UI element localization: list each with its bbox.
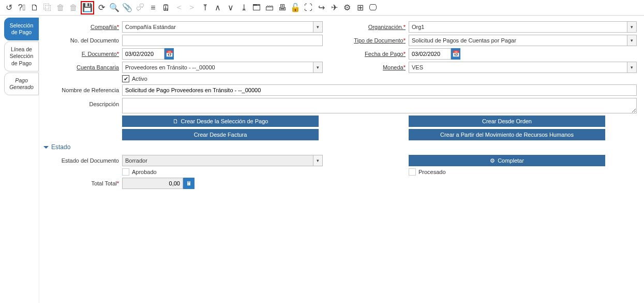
input-moneda[interactable]: VES▾ (409, 62, 637, 73)
chat-icon[interactable]: 🗪 (134, 2, 146, 13)
checkbox-icon (409, 168, 416, 176)
label-estado-documento: Estado del Documento (43, 157, 122, 164)
first-icon[interactable]: ⤒ (199, 2, 211, 13)
label-moneda: Moneda* (330, 64, 409, 70)
chevron-down-icon[interactable]: ▾ (627, 62, 636, 73)
checkbox-procesado[interactable]: Procesado (409, 168, 446, 176)
report-icon[interactable]: 🗔 (251, 2, 262, 13)
new-icon[interactable]: 🗋 (29, 2, 40, 13)
calculator-icon[interactable]: 🖩 (183, 178, 194, 189)
delete-icon: 🗑 (55, 2, 66, 13)
undo-icon[interactable]: ↺ (3, 2, 14, 13)
calendar-icon[interactable]: 📅 (164, 48, 174, 60)
label-activo: Activo (132, 76, 147, 82)
label-f-documento: F. Documento* (43, 51, 122, 57)
label-compania: Compañía* (43, 24, 122, 30)
main-toolbar: ↺ ?⃝ 🗋 ⿻ 🗑 🗑 💾 ⟳ 🔍 📎 🗪 ≡ 🗓 ＜ ＞ ⤒ ∧ ∨ ⤓ 🗔… (0, 0, 644, 16)
side-tabs: Selección de Pago Línea de Selección de … (0, 16, 39, 303)
refresh-icon[interactable]: ⟳ (96, 2, 107, 13)
up-icon[interactable]: ∧ (212, 2, 223, 13)
input-organizacion[interactable]: Org1▾ (409, 21, 637, 33)
tab-linea-seleccion-pago[interactable]: Línea de Selección de Pago (4, 41, 39, 71)
archive-icon[interactable]: 🗃 (264, 2, 275, 13)
zoom-icon[interactable]: ⛶ (303, 2, 314, 13)
product-icon[interactable]: ⊞ (354, 2, 366, 13)
label-cuenta-bancaria: Cuenta Bancaria (43, 64, 122, 70)
btn-completar[interactable]: ⚙ Completar (409, 155, 605, 166)
search-icon[interactable]: 🔍 (109, 2, 120, 13)
label-aprobado: Aprobado (132, 169, 157, 175)
checkbox-aprobado[interactable]: Aprobado (122, 168, 157, 176)
send-icon[interactable]: ✈ (328, 2, 340, 13)
label-organizacion: Organización.* (330, 24, 409, 30)
attach-icon[interactable]: 📎 (122, 2, 133, 13)
copy-icon: ⿻ (42, 2, 53, 13)
btn-crear-rrhh[interactable]: Crear a Partir del Movimiento de Recurso… (409, 129, 605, 140)
input-estado-documento[interactable]: Borrador▾ (122, 155, 323, 166)
label-descripcion: Descripción (43, 98, 122, 107)
checkbox-activo[interactable]: ✔ Activo (122, 75, 147, 82)
label-no-documento: No. del Documento (43, 37, 122, 44)
input-descripcion[interactable] (122, 98, 637, 113)
workflow-icon[interactable]: ↪ (316, 2, 327, 13)
input-no-documento[interactable] (122, 35, 323, 46)
last-icon[interactable]: ⤓ (238, 2, 249, 13)
tab-seleccion-pago[interactable]: Selección de Pago (4, 18, 39, 40)
input-compania[interactable]: Compañía Estándar▾ (122, 21, 323, 33)
help-icon[interactable]: ?⃝ (16, 2, 27, 13)
delete-sel-icon: 🗑 (68, 2, 79, 13)
chevron-down-icon[interactable]: ▾ (313, 62, 322, 73)
input-total[interactable] (122, 178, 183, 189)
btn-crear-factura[interactable]: Crear Desde Factura (122, 129, 319, 140)
chevron-down-icon[interactable]: ▾ (313, 155, 322, 166)
gear-icon[interactable]: ⚙ (341, 2, 353, 13)
input-cuenta-bancaria[interactable]: Proveedores en Tránsito - --_00000▾ (122, 62, 323, 73)
input-tipo-documento[interactable]: Solicitud de Pagos de Cuentas por Pagar▾ (409, 35, 637, 46)
calendar-icon[interactable]: 🗓 (160, 2, 172, 13)
label-procesado: Procesado (418, 169, 446, 175)
btn-crear-orden[interactable]: Crear Desde Orden (409, 116, 605, 127)
prev-icon[interactable]: ＜ (173, 2, 185, 13)
tab-pago-generado[interactable]: Pago Generado (4, 73, 39, 95)
chevron-down-icon[interactable]: ▾ (313, 22, 322, 32)
section-estado[interactable]: Estado (43, 143, 637, 151)
label-total: Total Total* (43, 180, 122, 186)
info-icon[interactable]: 🖵 (367, 2, 379, 13)
label-nombre-referencia: Nombre de Referencia (43, 87, 122, 93)
save-icon[interactable]: 💾 (81, 1, 94, 15)
calendar-icon[interactable]: 📅 (451, 48, 460, 60)
form-content: Compañía* Compañía Estándar▾ Organizació… (39, 16, 644, 303)
btn-crear-seleccion[interactable]: 🗋 Crear Desde la Selección de Pago (122, 116, 319, 127)
down-icon[interactable]: ∨ (225, 2, 236, 13)
label-fecha-pago: Fecha de Pago* (330, 51, 409, 57)
print-icon[interactable]: 🖶 (277, 2, 288, 13)
lock-icon[interactable]: 🔓 (290, 2, 301, 13)
check-icon: ✔ (122, 75, 129, 82)
grid-icon[interactable]: ≡ (147, 2, 159, 13)
input-fecha-pago[interactable] (409, 48, 451, 60)
input-f-documento[interactable] (122, 48, 164, 60)
chevron-down-icon[interactable]: ▾ (627, 22, 636, 32)
next-icon[interactable]: ＞ (186, 2, 198, 13)
checkbox-icon (122, 168, 129, 176)
label-tipo-documento: Tipo de Documento* (330, 37, 409, 44)
input-nombre-referencia[interactable] (122, 84, 637, 96)
chevron-down-icon[interactable]: ▾ (627, 35, 636, 46)
